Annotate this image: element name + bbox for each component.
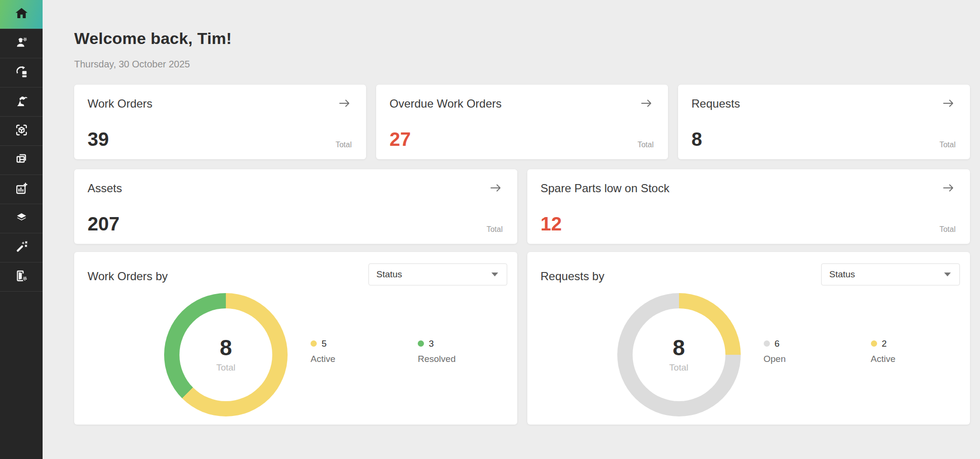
donut-total-value: 8	[673, 337, 685, 359]
legend-item-resolved: 3 Resolved	[418, 339, 462, 364]
legend-dot	[764, 340, 770, 347]
stat-value: 207	[88, 214, 120, 233]
stat-caption: Total	[939, 226, 956, 233]
arrow-right-icon[interactable]	[337, 97, 352, 109]
stat-row-2: Assets 207 Total Spare Parts low on Stoc…	[74, 169, 970, 244]
legend-label: Open	[764, 354, 808, 364]
sidebar-item-exit-settings[interactable]	[0, 262, 43, 292]
sidebar-item-work-orders[interactable]	[0, 58, 43, 87]
robot-arm-icon	[14, 94, 29, 110]
sidebar	[0, 0, 43, 459]
chart-row: Work Orders by Status 8 Total	[74, 252, 970, 425]
stat-value: 39	[88, 130, 109, 149]
main-content: Welcome back, Tim! Thursday, 30 October …	[43, 0, 980, 459]
team-icon	[14, 35, 29, 52]
legend-value: 6	[775, 339, 780, 349]
legend-value: 3	[429, 339, 434, 349]
card-overdue-work-orders[interactable]: Overdue Work Orders 27 Total	[376, 85, 668, 159]
home-icon	[14, 6, 29, 22]
legend-item-active: 5 Active	[311, 339, 355, 364]
stat-caption: Total	[637, 141, 654, 149]
card-work-orders-by: Work Orders by Status 8 Total	[74, 252, 517, 425]
stat-row-1: Work Orders 39 Total Overdue Work Orders…	[74, 85, 970, 159]
sidebar-item-magic-wand[interactable]	[0, 233, 43, 262]
chart-legend: 5 Active 3 Resolved	[311, 339, 462, 364]
legend-label: Resolved	[418, 354, 462, 364]
card-title: Work Orders	[88, 97, 153, 110]
group-by-select[interactable]: Status	[821, 263, 960, 285]
sidebar-item-asset-scan[interactable]	[0, 117, 43, 146]
donut-total-value: 8	[220, 337, 232, 359]
page-title: Welcome back, Tim!	[74, 29, 970, 48]
sidebar-item-workspace[interactable]	[0, 146, 43, 175]
donut-total-label: Total	[669, 362, 688, 373]
stat-value: 27	[390, 130, 411, 149]
legend-dot	[418, 340, 424, 347]
exit-settings-icon	[14, 269, 29, 285]
workspace-icon	[14, 152, 29, 168]
card-assets[interactable]: Assets 207 Total	[74, 169, 517, 244]
legend-item-active: 2 Active	[871, 339, 915, 364]
donut-chart-work-orders: 8 Total	[164, 293, 288, 416]
card-title: Requests	[691, 97, 740, 110]
arrow-right-icon[interactable]	[941, 182, 956, 194]
arrow-right-icon[interactable]	[489, 182, 503, 194]
stat-value: 12	[541, 214, 562, 233]
stat-value: 8	[691, 130, 702, 149]
asset-scan-icon	[14, 123, 29, 139]
legend-dot	[311, 340, 317, 347]
chart-title: Work Orders by	[88, 270, 168, 283]
group-by-select[interactable]: Status	[368, 263, 507, 285]
card-requests-by: Requests by Status 8 Total	[527, 252, 970, 425]
sidebar-item-team[interactable]	[0, 29, 43, 58]
report-add-icon	[14, 181, 29, 197]
card-work-orders[interactable]: Work Orders 39 Total	[74, 85, 366, 159]
legend-dot	[871, 340, 877, 347]
sidebar-item-home[interactable]	[0, 0, 43, 29]
legend-item-open: 6 Open	[764, 339, 808, 364]
legend-label: Active	[311, 354, 355, 364]
card-title: Overdue Work Orders	[390, 97, 501, 110]
donut-chart-requests: 8 Total	[617, 293, 741, 416]
group-by-selected-value: Status	[829, 269, 855, 280]
card-title: Assets	[88, 182, 122, 195]
sidebar-item-report-add[interactable]	[0, 175, 43, 204]
layers-icon	[14, 210, 29, 227]
sidebar-item-robot-arm[interactable]	[0, 87, 43, 117]
chart-title: Requests by	[541, 270, 604, 283]
group-by-selected-value: Status	[377, 269, 402, 280]
chevron-down-icon	[491, 273, 498, 276]
magic-wand-icon	[14, 240, 29, 256]
card-spare-parts-low[interactable]: Spare Parts low on Stock 12 Total	[527, 169, 970, 244]
legend-value: 5	[322, 339, 327, 349]
page-date: Thursday, 30 October 2025	[74, 59, 970, 70]
stat-caption: Total	[487, 226, 503, 233]
arrow-right-icon[interactable]	[639, 97, 654, 109]
stat-caption: Total	[335, 141, 352, 149]
arrow-right-icon[interactable]	[941, 97, 956, 109]
legend-label: Active	[871, 354, 915, 364]
legend-value: 2	[882, 339, 887, 349]
donut-total-label: Total	[216, 362, 235, 373]
sidebar-item-layers[interactable]	[0, 204, 43, 233]
stat-caption: Total	[939, 141, 956, 149]
card-title: Spare Parts low on Stock	[541, 182, 669, 195]
chart-legend: 6 Open 2 Active	[764, 339, 915, 364]
chevron-down-icon	[944, 273, 951, 276]
work-orders-icon	[14, 65, 29, 81]
card-requests[interactable]: Requests 8 Total	[678, 85, 970, 159]
